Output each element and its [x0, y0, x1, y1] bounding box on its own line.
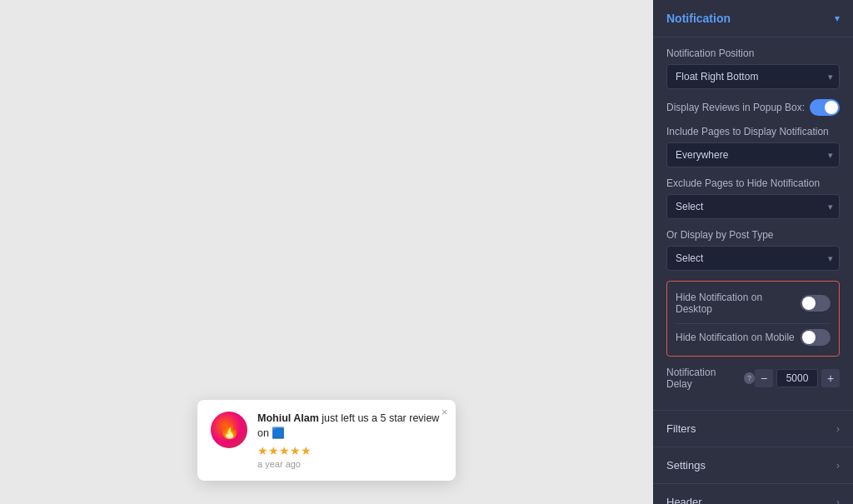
hide-desktop-row: Hide Notification on Desktop [676, 288, 831, 318]
delay-row: Notification Delay ? − 5000 + [666, 367, 840, 390]
display-reviews-toggle[interactable] [810, 99, 840, 116]
notification-section-content: Notification Position Float Right Bottom… [653, 37, 853, 411]
settings-chevron-icon: › [836, 460, 840, 472]
display-reviews-label: Display Reviews in Popup Box: [666, 102, 805, 113]
delay-increment-button[interactable]: + [821, 369, 840, 387]
filters-chevron-icon: › [836, 423, 840, 435]
main-canvas: × 🔥 Mohiul Alam just left us a 5 star re… [0, 0, 653, 504]
hide-mobile-toggle[interactable] [801, 329, 831, 346]
post-type-select[interactable]: Select [666, 246, 840, 271]
sidebar: Notification ▾ Notification Position Flo… [653, 0, 853, 504]
popup-time: a year ago [257, 459, 442, 469]
popup-review-text: Mohiul Alam just left us a 5 star review… [257, 412, 442, 441]
hide-desktop-knob [802, 297, 816, 310]
hide-mobile-label: Hide Notification on Mobile [676, 332, 795, 343]
notification-popup: × 🔥 Mohiul Alam just left us a 5 star re… [197, 400, 456, 481]
include-pages-select-wrapper: Everywhere ▾ [666, 142, 840, 167]
popup-content: Mohiul Alam just left us a 5 star review… [257, 412, 442, 469]
hide-mobile-knob [802, 331, 816, 344]
hide-desktop-label: Hide Notification on Desktop [676, 292, 801, 315]
header-section[interactable]: Header › [653, 484, 853, 504]
hide-desktop-toggle[interactable] [801, 295, 831, 312]
exclude-pages-select-wrapper: Select ▾ [666, 194, 840, 219]
popup-close-button[interactable]: × [441, 407, 447, 418]
exclude-pages-label: Exclude Pages to Hide Notification [666, 177, 840, 189]
delay-label-wrapper: Notification Delay ? [666, 367, 755, 390]
filters-title: Filters [666, 422, 696, 435]
post-type-select-wrapper: Select ▾ [666, 246, 840, 271]
popup-reviewer-name: Mohiul Alam [257, 412, 319, 424]
delay-label-text: Notification Delay [666, 367, 740, 390]
include-pages-select[interactable]: Everywhere [666, 142, 840, 167]
settings-title: Settings [666, 459, 706, 472]
header-title: Header [666, 496, 702, 504]
filters-section[interactable]: Filters › [653, 411, 853, 447]
position-label: Notification Position [666, 47, 840, 59]
post-type-label: Or Display by Post Type [666, 229, 840, 241]
hide-notification-section: Hide Notification on Desktop Hide Notifi… [666, 281, 840, 357]
display-reviews-knob [825, 101, 838, 114]
hide-mobile-row: Hide Notification on Mobile [676, 323, 831, 349]
delay-value: 5000 [776, 369, 818, 387]
position-select-wrapper: Float Right Bottom ▾ [666, 64, 840, 89]
include-pages-label: Include Pages to Display Notification [666, 126, 840, 137]
delay-controls: − 5000 + [755, 369, 840, 387]
position-select[interactable]: Float Right Bottom [666, 64, 840, 89]
header-chevron-icon: › [836, 497, 840, 505]
display-reviews-field: Display Reviews in Popup Box: [666, 99, 840, 116]
settings-section[interactable]: Settings › [653, 447, 853, 484]
popup-review-action: just left us a 5 star review [322, 412, 439, 424]
notification-section-header[interactable]: Notification ▾ [653, 0, 853, 37]
popup-avatar: 🔥 [211, 412, 247, 448]
notification-section-title: Notification [666, 12, 731, 25]
exclude-pages-select[interactable]: Select [666, 194, 840, 219]
delay-decrement-button[interactable]: − [755, 369, 773, 387]
popup-stars: ★★★★★ [257, 444, 442, 457]
delay-info-icon[interactable]: ? [744, 372, 755, 384]
popup-platform: on 🟦 [257, 427, 285, 439]
notification-section-chevron: ▾ [835, 12, 840, 24]
